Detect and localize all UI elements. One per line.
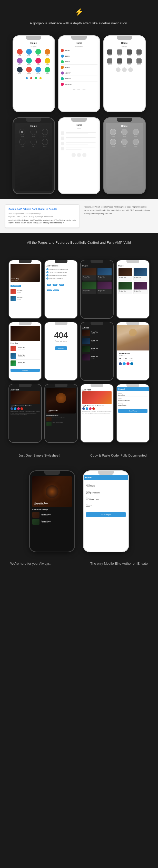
icon-circle <box>35 58 41 64</box>
dark-icon-label: PHOTO <box>32 146 35 147</box>
card-image <box>119 282 132 289</box>
minimal-text <box>66 147 98 150</box>
minimal-text <box>66 137 98 140</box>
menu-item: HOME <box>61 49 98 53</box>
screenshots-row-3: AMP Post Apple Announce in Barcelona App… <box>3 384 155 443</box>
hero-tagline: A gorgeous interface with a depth effect… <box>5 21 153 25</box>
dark-icon-label: VIDEO <box>43 146 46 147</box>
phones-row-1: Home navigation HOME BLOG SHOP FOOD ABOU… <box>3 35 155 112</box>
error-message: Page not found <box>49 340 74 342</box>
phone-screen-5: Home minimal <box>59 122 100 193</box>
send-reply-bottom-btn[interactable]: Send Reply <box>86 512 126 517</box>
contact-header: Contact <box>117 387 149 391</box>
icon-item: BLOG <box>116 50 123 56</box>
card-image <box>82 268 97 275</box>
bottom-screen-left: Chocolate Cake $12.00 • Dessert Featured… <box>30 475 74 526</box>
text-bar <box>66 137 96 138</box>
screenshot-phone-1: Food Blog Latest recipes AMP POSTS Post … <box>8 260 42 319</box>
dark-article-sub: Category <box>91 349 98 350</box>
thumb <box>10 289 16 294</box>
icon-item: PHOTO <box>116 58 123 65</box>
dark-icon-circle <box>19 139 25 145</box>
field-value: Hello... <box>86 506 126 507</box>
feature-text: DOCUMENT BY DOCUMENT <box>50 275 67 276</box>
icon-item: FOOD <box>135 50 143 56</box>
card-image <box>82 282 97 289</box>
ss-notch <box>55 322 68 325</box>
linkedin-icon <box>130 362 133 365</box>
icon-label: SPORT <box>27 73 31 74</box>
dark-list-title: Articles <box>82 327 111 329</box>
dark-icon-item: VIDEO <box>40 139 50 147</box>
card-text: Project Title <box>82 289 97 292</box>
dark-post-title: AMP Post <box>10 389 40 391</box>
go-home-btn[interactable]: Go Home <box>55 346 67 350</box>
stat-posts: 48 Posts <box>119 358 121 361</box>
card-image <box>134 282 147 289</box>
bottom-icon <box>116 67 121 72</box>
phone-title-5: Home <box>61 124 98 126</box>
tw-icon <box>14 407 17 410</box>
icon-text: SHOP <box>128 55 131 56</box>
icon-text: TRAVEL <box>137 64 141 65</box>
check-icon: ✓ <box>47 268 49 270</box>
icon-circle <box>35 67 41 72</box>
icon-text: VIDEO <box>128 64 131 65</box>
dark-article-sub: Category <box>91 341 98 342</box>
phone-subtitle-3: icons grid <box>106 46 143 48</box>
tag: SHOP <box>59 284 64 286</box>
menu-list: HOME BLOG SHOP FOOD <box>61 49 98 87</box>
icon-item: SHOP <box>34 49 42 56</box>
food-item-text: Recipe Title Asian • 20 min <box>17 362 40 365</box>
footer-link: Privacy <box>77 89 80 90</box>
screenshots-section: Food Blog Latest recipes AMP POSTS Post … <box>0 257 158 445</box>
card-image <box>134 268 147 276</box>
phone-mockup-6: Home HOME BLOG SHOP <box>103 117 146 194</box>
icon-label: TALK <box>47 73 49 74</box>
stat-label: Posts <box>119 360 121 361</box>
stat-label: Following <box>129 360 133 361</box>
dark-screen-title: Pages <box>82 265 111 267</box>
load-more-btn[interactable]: Load More <box>10 369 40 372</box>
dark-grid-items: Project Title Project Title Project Titl… <box>82 268 111 294</box>
card-text: Project Title <box>134 289 147 292</box>
minimal-text <box>66 142 98 145</box>
item-sub: Category <box>17 291 40 293</box>
hero-section: ⚡ A gorgeous interface with a depth effe… <box>0 0 158 30</box>
menu-icon <box>61 60 64 63</box>
card-text: Project Title <box>98 289 111 292</box>
feature-text: PUBLICATION READY <box>50 278 63 279</box>
icon-circle <box>45 58 50 64</box>
card-title: Project Title <box>98 276 111 278</box>
icon-item: FOOD <box>44 49 51 56</box>
bottom-labels: We're here for you. Always. The only Mob… <box>5 557 153 565</box>
bottom-notch-left <box>44 471 60 475</box>
tag: AMP <box>47 284 51 286</box>
ss-notch <box>90 384 103 387</box>
dark-icon-label: SHOP <box>43 135 46 137</box>
phone-mockup-2: Home navigation list HOME BLOG SHOP <box>58 35 100 112</box>
gray-title: Home <box>108 125 141 127</box>
amp-section: All the Pages and Features Beautifully C… <box>0 233 158 257</box>
ig-icon <box>17 407 20 410</box>
light-card-4: Project Title <box>133 282 148 294</box>
send-reply-btn[interactable]: Send Reply <box>118 409 148 413</box>
card-image <box>119 268 132 276</box>
amp-button[interactable]: AMP POSTS <box>10 285 21 287</box>
ss-content-7: Articles Article Title Category Article … <box>81 325 113 380</box>
dark-article-list: Article Title Category Article Title Cat… <box>82 330 111 361</box>
phone-nav-label: navigation <box>16 46 52 48</box>
dark-icon-label: HOME <box>21 135 24 137</box>
phones-row-2: Home HOME BLOG <box>3 117 155 194</box>
gray-icon-label: FOOD <box>112 146 115 147</box>
dark-icon-circle <box>30 139 37 145</box>
field-value: Your Name <box>86 485 126 487</box>
food-list-item: Recipe Title French • 45 min <box>10 352 40 360</box>
food-list-title: Food Blog <box>10 342 40 344</box>
bottom-phone-right: Contact Name Your Name Email your@email.… <box>83 470 129 552</box>
gray-screen: Home HOME BLOG SHOP <box>106 123 143 191</box>
name-value: John Doe <box>118 394 148 396</box>
ss-notch <box>19 260 31 263</box>
menu-item: SHOP <box>61 60 98 65</box>
menu-icon <box>61 71 64 74</box>
